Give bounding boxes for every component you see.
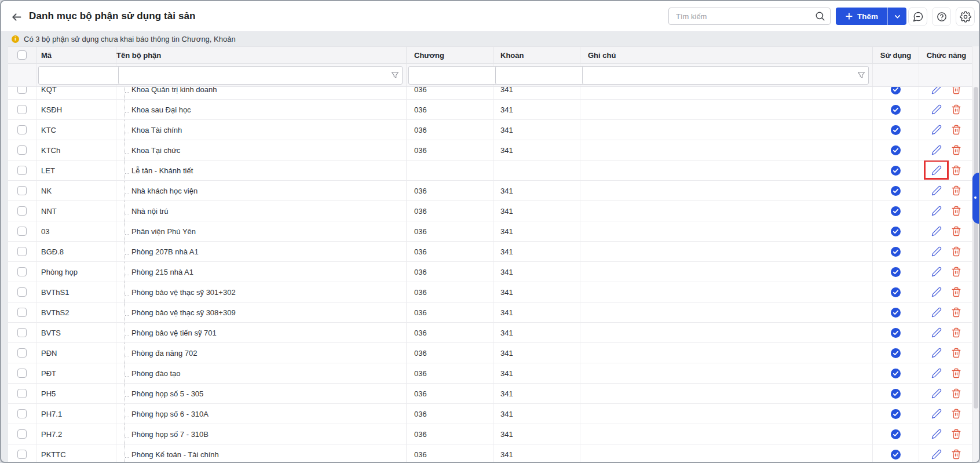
row-checkbox[interactable] (17, 450, 27, 459)
delete-button[interactable] (950, 266, 962, 278)
used-check-icon[interactable] (891, 409, 901, 419)
edit-button[interactable] (931, 124, 942, 136)
edit-button[interactable] (931, 286, 942, 298)
table-row[interactable]: KQTKhoa Quản trị kinh doanh036341 (8, 87, 974, 100)
settings-button[interactable] (956, 7, 975, 26)
table-row[interactable]: BVThS2Phòng bảo vệ thạc sỹ 308+309036341 (8, 302, 974, 323)
edit-button[interactable] (931, 449, 942, 460)
row-checkbox[interactable] (17, 206, 27, 216)
edit-button[interactable] (931, 246, 942, 257)
table-row[interactable]: NKNhà khách học viện036341 (8, 181, 974, 201)
delete-button[interactable] (950, 449, 962, 460)
edit-button[interactable] (931, 225, 942, 237)
edit-button[interactable] (931, 185, 942, 196)
help-button[interactable] (932, 7, 951, 26)
filter-funnel-icon[interactable] (391, 71, 399, 82)
delete-button[interactable] (950, 144, 962, 156)
row-checkbox[interactable] (17, 247, 27, 256)
row-checkbox[interactable] (17, 429, 27, 439)
row-checkbox[interactable] (17, 328, 27, 337)
delete-button[interactable] (950, 286, 962, 298)
column-header-actions[interactable]: Chức năng (919, 47, 974, 63)
edit-button[interactable] (931, 104, 942, 115)
row-checkbox[interactable] (17, 267, 27, 276)
row-checkbox[interactable] (17, 125, 27, 134)
used-check-icon[interactable] (891, 450, 901, 460)
edit-button[interactable] (931, 165, 942, 176)
delete-button[interactable] (950, 428, 962, 440)
row-checkbox[interactable] (17, 227, 27, 236)
delete-button[interactable] (950, 307, 962, 318)
edit-button[interactable] (931, 367, 942, 379)
delete-button[interactable] (950, 347, 962, 359)
edit-button[interactable] (931, 205, 942, 217)
table-row[interactable]: PĐNPhòng đa năng 702036341 (8, 343, 974, 363)
scrollbar-thumb[interactable] (974, 87, 978, 409)
table-row[interactable]: NNTNhà nội trú036341 (8, 201, 974, 221)
vertical-scrollbar[interactable] (972, 46, 979, 462)
row-checkbox[interactable] (17, 87, 27, 94)
row-checkbox[interactable] (17, 145, 27, 155)
column-header-chapter[interactable]: Chương (407, 47, 493, 63)
table-row[interactable]: PH5Phòng họp số 5 - 305036341 (8, 384, 974, 404)
edit-button[interactable] (931, 428, 942, 440)
column-header-code[interactable]: Mã (36, 47, 116, 63)
filter-input-note[interactable] (583, 71, 868, 79)
used-check-icon[interactable] (891, 328, 901, 338)
used-check-icon[interactable] (891, 87, 901, 94)
delete-button[interactable] (950, 246, 962, 257)
table-row[interactable]: Phòng họpPhòng 215 nhà A1036341 (8, 262, 974, 282)
search-icon[interactable] (815, 11, 825, 21)
filter-input-name[interactable] (119, 71, 402, 79)
add-dropdown-button[interactable] (888, 8, 906, 25)
table-row[interactable]: PKTTCPhòng Kế toán - Tài chính036341 (8, 444, 974, 463)
delete-button[interactable] (950, 87, 962, 95)
side-panel-handle[interactable] (972, 173, 980, 224)
table-row[interactable]: LETLễ tân - Khánh tiết (8, 161, 974, 181)
delete-button[interactable] (950, 104, 962, 115)
table-row[interactable]: 03Phân viện Phú Yên036341 (8, 221, 974, 242)
row-checkbox[interactable] (17, 409, 27, 418)
delete-button[interactable] (950, 408, 962, 420)
table-row[interactable]: PH7.1Phòng họp số 6 - 310A036341 (8, 404, 974, 424)
used-check-icon[interactable] (891, 105, 901, 115)
used-check-icon[interactable] (891, 389, 901, 399)
table-row[interactable]: BGĐ.8Phòng 207B nhà A1036341 (8, 242, 974, 262)
used-check-icon[interactable] (891, 308, 901, 318)
used-check-icon[interactable] (891, 369, 901, 378)
row-checkbox[interactable] (17, 308, 27, 317)
edit-button[interactable] (931, 327, 942, 338)
used-check-icon[interactable] (891, 227, 901, 236)
table-row[interactable]: KTCKhoa Tài chính036341 (8, 120, 974, 140)
edit-button[interactable] (931, 408, 942, 420)
used-check-icon[interactable] (891, 287, 901, 297)
edit-button[interactable] (931, 388, 942, 399)
column-header-note[interactable]: Ghi chú (580, 47, 873, 63)
edit-button[interactable] (931, 307, 942, 318)
search-input[interactable] (675, 12, 815, 21)
table-row[interactable]: BVThS1Phòng bảo vệ thạc sỹ 301+302036341 (8, 282, 974, 302)
delete-button[interactable] (950, 327, 962, 338)
used-check-icon[interactable] (891, 267, 901, 277)
used-check-icon[interactable] (891, 429, 901, 439)
used-check-icon[interactable] (891, 166, 901, 176)
used-check-icon[interactable] (891, 186, 901, 196)
row-checkbox[interactable] (17, 369, 27, 378)
table-row[interactable]: KTChKhoa Tại chức036341 (8, 140, 974, 161)
table-row[interactable]: PĐTPhòng đào tạo036341 (8, 363, 974, 384)
used-check-icon[interactable] (891, 206, 901, 216)
edit-button[interactable] (931, 347, 942, 359)
column-header-used[interactable]: Sử dụng (873, 47, 919, 63)
back-button[interactable] (9, 10, 23, 24)
row-checkbox[interactable] (17, 166, 27, 175)
feedback-button[interactable] (908, 7, 927, 26)
delete-button[interactable] (950, 124, 962, 136)
delete-button[interactable] (950, 388, 962, 399)
edit-button[interactable] (931, 266, 942, 278)
used-check-icon[interactable] (891, 348, 901, 358)
delete-button[interactable] (950, 165, 962, 176)
column-header-name[interactable]: Tên bộ phận (116, 47, 407, 63)
column-header-item[interactable]: Khoản (493, 47, 580, 63)
row-checkbox[interactable] (17, 186, 27, 195)
row-checkbox[interactable] (17, 348, 27, 358)
